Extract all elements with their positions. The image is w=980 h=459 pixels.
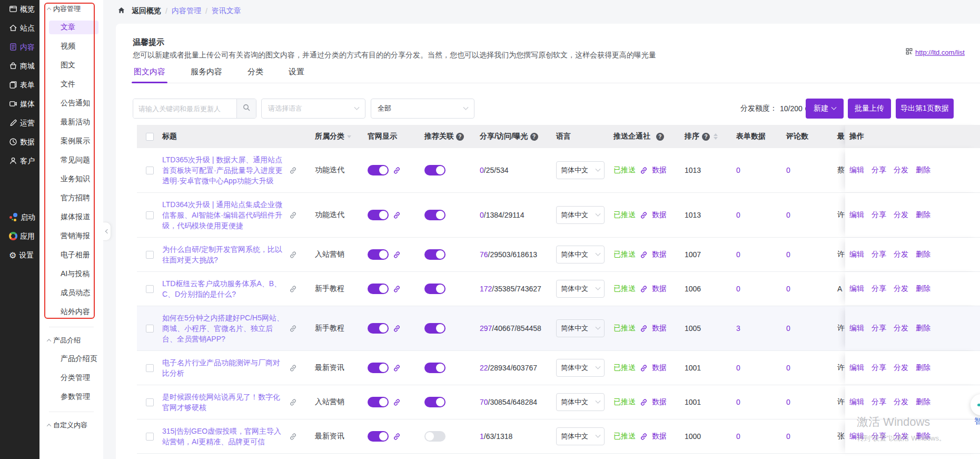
new-button[interactable]: 新建 xyxy=(806,99,844,119)
action-编辑[interactable]: 编辑 xyxy=(849,210,864,220)
action-分享[interactable]: 分享 xyxy=(872,432,886,441)
row-language-select[interactable]: 简体中文 xyxy=(556,393,605,411)
sidebar-item-customer[interactable]: 客户 xyxy=(0,152,39,171)
push-data-link[interactable]: 数据 xyxy=(652,363,667,373)
submenu-item-电子相册[interactable]: 电子相册 xyxy=(39,246,103,265)
action-分享[interactable]: 分享 xyxy=(872,210,886,220)
recommend-toggle[interactable] xyxy=(424,284,446,294)
submenu-item-官方招聘[interactable]: 官方招聘 xyxy=(39,189,103,208)
submenu-item-图文[interactable]: 图文 xyxy=(39,56,103,75)
action-分发[interactable]: 分发 xyxy=(894,165,908,175)
row-checkbox[interactable] xyxy=(146,433,154,441)
submenu-group-1[interactable]: 产品介绍 xyxy=(39,331,103,349)
submenu-item-常见问题[interactable]: 常见问题 xyxy=(39,151,103,170)
row-checkbox[interactable] xyxy=(146,167,154,174)
home-icon[interactable] xyxy=(117,6,125,16)
form-data-value[interactable]: 0 xyxy=(736,211,786,219)
comments-value[interactable]: 0 xyxy=(786,250,836,259)
article-title-link[interactable]: 为什么自研/定制开发官网系统，比以往面对更大挑战? xyxy=(162,244,284,265)
push-data-link[interactable]: 数据 xyxy=(652,324,667,333)
action-删除[interactable]: 删除 xyxy=(916,397,930,407)
article-title-link[interactable]: 如何在5分钟之内搭建好PC/H5网站、商城、小程序、官微名片、独立后台、全员营销… xyxy=(162,312,284,344)
site-link-icon[interactable] xyxy=(392,324,401,333)
breadcrumb-section[interactable]: 内容管理 xyxy=(172,6,201,16)
action-分发[interactable]: 分发 xyxy=(894,432,908,441)
breadcrumb-page[interactable]: 资讯文章 xyxy=(212,6,241,16)
form-data-value[interactable]: 0 xyxy=(736,398,786,406)
recommend-toggle[interactable] xyxy=(424,431,446,442)
breadcrumb-home[interactable]: 返回概览 xyxy=(132,6,161,16)
select-all-checkbox[interactable] xyxy=(146,133,154,141)
tab-settings[interactable]: 设置 xyxy=(288,67,305,83)
article-link-icon[interactable] xyxy=(289,165,298,175)
sidebar-item-apps[interactable]: 应用 xyxy=(0,227,39,246)
recommend-toggle[interactable] xyxy=(424,363,446,373)
push-link-icon[interactable] xyxy=(639,397,648,407)
submenu-item-AI与投稿[interactable]: AI与投稿 xyxy=(39,265,103,284)
site-show-toggle[interactable] xyxy=(368,397,389,407)
row-language-select[interactable]: 简体中文 xyxy=(556,359,605,377)
push-link-icon[interactable] xyxy=(639,363,648,373)
push-data-link[interactable]: 数据 xyxy=(652,432,667,441)
submenu-item-案例展示[interactable]: 案例展示 xyxy=(39,132,103,151)
action-分发[interactable]: 分发 xyxy=(894,250,908,259)
recommend-toggle[interactable] xyxy=(424,165,446,175)
site-link-icon[interactable] xyxy=(392,250,401,259)
site-link-icon[interactable] xyxy=(392,363,401,373)
action-删除[interactable]: 删除 xyxy=(916,363,930,373)
article-link-icon[interactable] xyxy=(289,284,298,294)
export-page-button[interactable]: 导出第1页数据 xyxy=(896,99,954,119)
submenu-item-营销海报[interactable]: 营销海报 xyxy=(39,227,103,246)
article-link-icon[interactable] xyxy=(289,324,298,333)
help-icon[interactable]: ? xyxy=(530,133,538,141)
action-删除[interactable]: 删除 xyxy=(916,250,930,259)
site-link-icon[interactable] xyxy=(392,210,401,220)
recommend-toggle[interactable] xyxy=(424,249,446,260)
form-data-value[interactable]: 0 xyxy=(736,364,786,372)
comments-value[interactable]: 0 xyxy=(786,324,836,333)
push-link-icon[interactable] xyxy=(639,210,648,220)
article-title-link[interactable]: LTD枢纽云客户成功服务体系A、B、C、D分别指的是什么? xyxy=(162,278,284,299)
submenu-item-分类管理[interactable]: 分类管理 xyxy=(39,368,103,387)
site-link-icon[interactable] xyxy=(392,284,401,294)
search-button[interactable] xyxy=(236,99,256,118)
submenu-item-参数管理[interactable]: 参数管理 xyxy=(39,387,103,406)
submenu-item-成员动态[interactable]: 成员动态 xyxy=(39,284,103,302)
form-data-value[interactable]: 0 xyxy=(736,250,786,259)
push-link-icon[interactable] xyxy=(639,284,648,294)
article-title-link[interactable]: 是时候跟传统网站说再见了！数字化官网才够硬核 xyxy=(162,392,284,413)
comments-value[interactable]: 0 xyxy=(786,166,836,174)
action-分发[interactable]: 分发 xyxy=(894,210,908,220)
batch-upload-button[interactable]: 批量上传 xyxy=(848,99,891,119)
article-title-link[interactable]: LTD364次升级 | 通用站点集成企业微信客服、AI智能体·编辑器代码组件升级… xyxy=(162,199,284,231)
row-language-select[interactable]: 简体中文 xyxy=(556,206,605,224)
help-icon[interactable]: ? xyxy=(456,133,464,141)
recommend-toggle[interactable] xyxy=(424,323,446,334)
category-select[interactable]: 全部 xyxy=(371,99,474,119)
action-分享[interactable]: 分享 xyxy=(872,284,886,294)
action-编辑[interactable]: 编辑 xyxy=(849,397,864,407)
site-show-toggle[interactable] xyxy=(368,284,389,294)
site-link-icon[interactable] xyxy=(392,432,401,441)
action-删除[interactable]: 删除 xyxy=(916,324,930,333)
recommend-toggle[interactable] xyxy=(424,210,446,220)
action-分发[interactable]: 分发 xyxy=(894,324,908,333)
form-data-value[interactable]: 3 xyxy=(736,324,786,333)
help-icon[interactable]: ? xyxy=(702,133,710,141)
recommend-toggle[interactable] xyxy=(424,397,446,407)
sidebar-item-data[interactable]: 数据 xyxy=(0,133,39,152)
action-分发[interactable]: 分发 xyxy=(894,397,908,407)
site-show-toggle[interactable] xyxy=(368,431,389,442)
submenu-item-文章[interactable]: 文章 xyxy=(39,18,103,37)
action-编辑[interactable]: 编辑 xyxy=(849,432,864,441)
site-show-toggle[interactable] xyxy=(368,249,389,260)
submenu-item-最新活动[interactable]: 最新活动 xyxy=(39,113,103,132)
row-checkbox[interactable] xyxy=(146,398,154,406)
action-编辑[interactable]: 编辑 xyxy=(849,165,864,175)
submenu-item-视频[interactable]: 视频 xyxy=(39,37,103,56)
push-data-link[interactable]: 数据 xyxy=(652,250,667,259)
action-分享[interactable]: 分享 xyxy=(872,363,886,373)
site-show-toggle[interactable] xyxy=(368,165,389,175)
language-select[interactable]: 请选择语言 xyxy=(261,99,365,119)
action-分享[interactable]: 分享 xyxy=(872,250,886,259)
